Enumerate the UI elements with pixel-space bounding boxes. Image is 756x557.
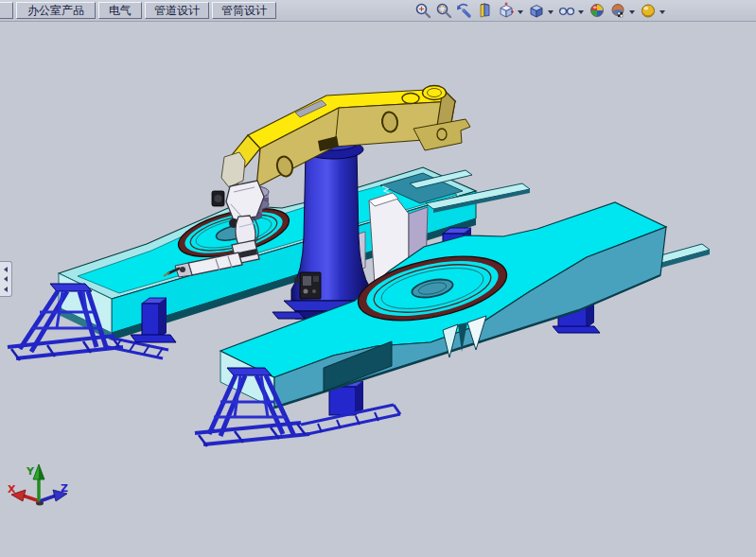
y-axis-label: Y bbox=[26, 465, 35, 478]
display-style-dropdown-arrow[interactable] bbox=[548, 10, 554, 17]
zoom-to-fit-icon[interactable] bbox=[413, 1, 432, 20]
expander-left-arrow-icon bbox=[1, 287, 8, 292]
panel-expander[interactable] bbox=[0, 261, 12, 297]
display-style-icon[interactable] bbox=[527, 1, 546, 20]
tab-electrical[interactable]: 电气 bbox=[98, 2, 142, 19]
expander-left-arrow-icon bbox=[1, 267, 8, 272]
orientation-triad: X Y Z bbox=[8, 464, 68, 506]
expander-left-arrow-icon bbox=[1, 276, 8, 282]
tab-office-products[interactable]: 办公室产品 bbox=[16, 2, 96, 19]
zoom-to-area-icon[interactable] bbox=[434, 1, 453, 20]
hide-show-items-icon[interactable] bbox=[557, 1, 576, 20]
section-view-icon[interactable] bbox=[476, 1, 495, 20]
view-orientation-icon[interactable] bbox=[497, 1, 516, 20]
apply-scene-dropdown-arrow[interactable] bbox=[629, 10, 635, 17]
view-orientation-dropdown-arrow[interactable] bbox=[518, 10, 523, 17]
view-settings-icon[interactable] bbox=[639, 1, 658, 20]
tab-piping-design[interactable]: 管道设计 bbox=[145, 2, 209, 19]
command-toolbar: 评估 办公室产品 电气 管道设计 管筒设计 bbox=[0, 0, 756, 22]
command-tabs: 评估 办公室产品 电气 管道设计 管筒设计 bbox=[0, 2, 276, 19]
apply-scene-icon[interactable] bbox=[608, 1, 627, 20]
tab-evaluate[interactable]: 评估 bbox=[0, 2, 13, 19]
view-settings-dropdown-arrow[interactable] bbox=[659, 10, 665, 17]
previous-view-icon[interactable] bbox=[455, 1, 474, 20]
heads-up-view-toolbar bbox=[413, 1, 667, 20]
graphics-viewport[interactable]: X Y Z bbox=[0, 0, 756, 557]
tab-tubing-design[interactable]: 管筒设计 bbox=[212, 2, 276, 19]
x-axis-label: X bbox=[8, 483, 16, 496]
z-axis-label: Z bbox=[61, 482, 68, 495]
edit-appearance-icon[interactable] bbox=[588, 1, 607, 20]
hide-show-items-dropdown-arrow[interactable] bbox=[578, 10, 584, 17]
